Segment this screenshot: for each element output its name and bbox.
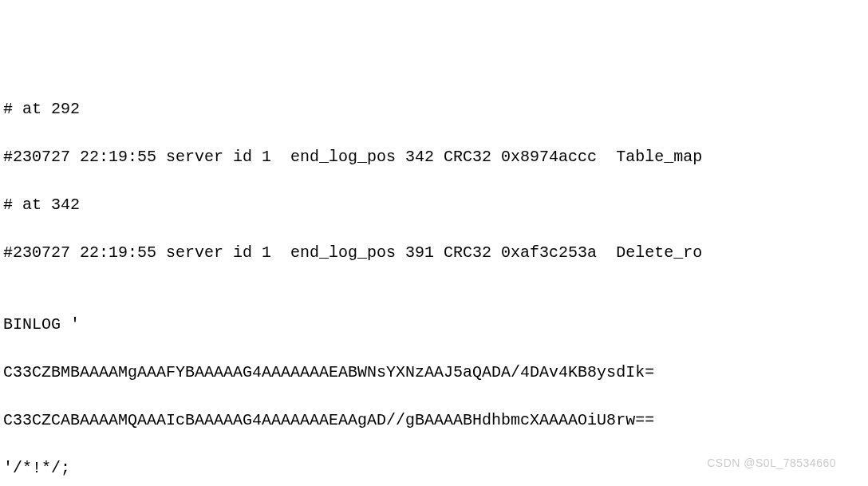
watermark: CSDN @S0L_78534660 [707, 455, 836, 472]
log-line: C33CZCABAAAAMQAAAIcBAAAAAG4AAAAAAAEAAgAD… [3, 409, 865, 433]
log-line: C33CZBMBAAAAMgAAAFYBAAAAAG4AAAAAAAEABWNs… [3, 361, 865, 385]
log-line: #230727 22:19:55 server id 1 end_log_pos… [3, 145, 865, 169]
log-line: # at 342 [3, 193, 865, 217]
log-line: BINLOG ' [3, 313, 865, 337]
log-line: #230727 22:19:55 server id 1 end_log_pos… [3, 241, 865, 265]
log-line: # at 292 [3, 97, 865, 121]
